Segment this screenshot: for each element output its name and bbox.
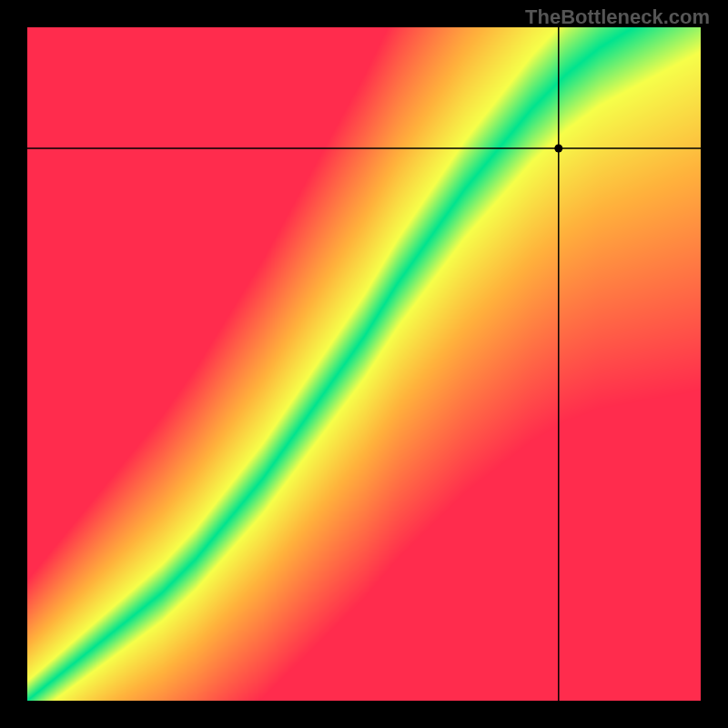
heatmap-canvas bbox=[27, 27, 701, 701]
watermark-text: TheBottleneck.com bbox=[525, 5, 710, 29]
heatmap-plot bbox=[27, 27, 701, 701]
